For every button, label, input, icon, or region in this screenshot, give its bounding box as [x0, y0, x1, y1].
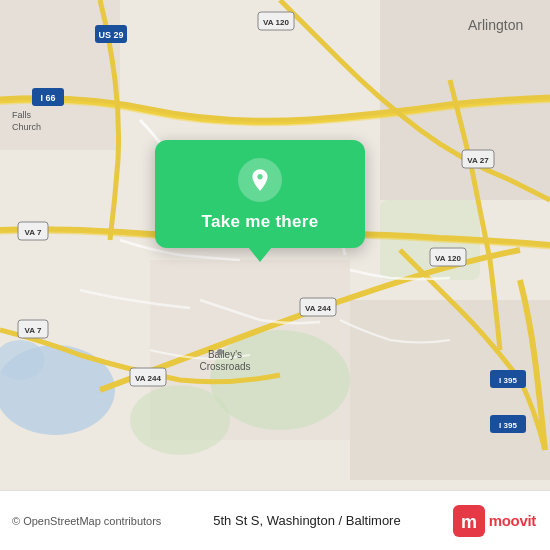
- svg-text:VA 27: VA 27: [467, 156, 489, 165]
- svg-text:m: m: [461, 512, 477, 532]
- svg-point-35: [217, 349, 223, 355]
- svg-text:VA 120: VA 120: [435, 254, 461, 263]
- svg-text:Crossroads: Crossroads: [199, 361, 250, 372]
- svg-text:Arlington: Arlington: [468, 17, 523, 33]
- svg-text:Bailey's: Bailey's: [208, 349, 242, 360]
- svg-text:VA 244: VA 244: [135, 374, 161, 383]
- moovit-icon: m: [453, 505, 485, 537]
- location-pin-icon: [238, 158, 282, 202]
- svg-point-8: [130, 385, 230, 455]
- moovit-logo: m moovit: [453, 505, 536, 537]
- svg-text:Falls: Falls: [12, 110, 32, 120]
- map-view: I 66 US 29 VA 120 VA 27 VA 120 VA 7 VA 7…: [0, 0, 550, 490]
- svg-text:I 66: I 66: [40, 93, 55, 103]
- location-label: 5th St S, Washington / Baltimore: [161, 513, 452, 528]
- svg-text:Church: Church: [12, 122, 41, 132]
- svg-text:US 29: US 29: [98, 30, 123, 40]
- svg-text:I 395: I 395: [499, 376, 517, 385]
- svg-text:VA 244: VA 244: [305, 304, 331, 313]
- svg-text:VA 7: VA 7: [25, 326, 42, 335]
- take-me-there-button[interactable]: Take me there: [202, 212, 319, 232]
- svg-rect-4: [350, 300, 550, 480]
- bottom-info-bar: © OpenStreetMap contributors 5th St S, W…: [0, 490, 550, 550]
- svg-text:I 395: I 395: [499, 421, 517, 430]
- navigation-popup[interactable]: Take me there: [155, 140, 365, 248]
- osm-attribution: © OpenStreetMap contributors: [12, 515, 161, 527]
- svg-text:VA 7: VA 7: [25, 228, 42, 237]
- moovit-brand-name: moovit: [489, 512, 536, 529]
- svg-text:VA 120: VA 120: [263, 18, 289, 27]
